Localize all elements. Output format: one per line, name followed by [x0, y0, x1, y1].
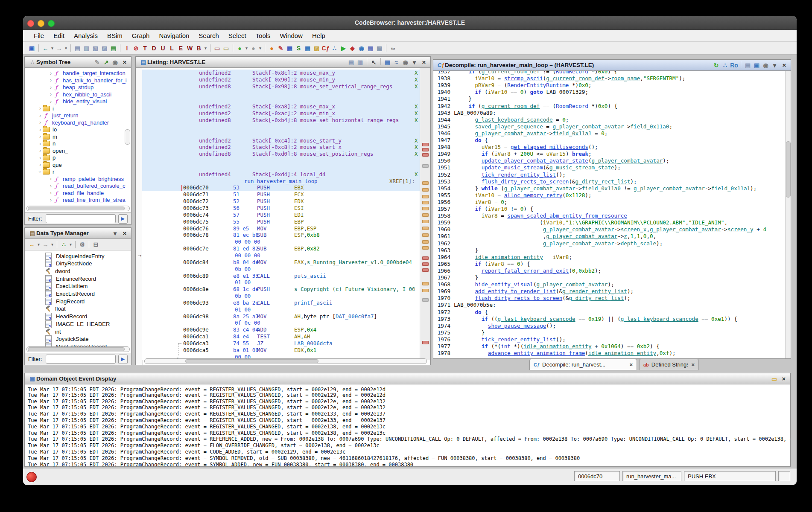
chevron-right-icon[interactable]: › [48, 99, 53, 105]
decompile-line-1966[interactable]: 1966 report_fatal_error_and_exit(0,0xbb2… [433, 268, 786, 274]
chevron-down-icon[interactable]: › [37, 169, 43, 175]
snapshot-icon[interactable]: ◉ [762, 61, 770, 69]
decompile-line-1965[interactable]: 1965 if (iVar8 == 0) { [433, 261, 786, 268]
decompile-line-1951[interactable]: 1951 update_music_stream(&g_music_stream… [433, 164, 786, 171]
stack-variable-row[interactable]: undefined2Stack[-0x8c]:2 mouse_max_yX [142, 70, 420, 76]
close-icon[interactable]: × [121, 230, 129, 237]
decompile-body[interactable]: 1937 if (g_current_room_def != (RoomReco… [433, 71, 786, 358]
instruction-row-0006dca3[interactable]: 0006dca374 55JZLAB_0006dcfa [142, 340, 420, 347]
nav-marker-tan[interactable] [422, 282, 429, 285]
instruction-row-0006dc74[interactable]: 0006dc7457PUSHEDI [142, 212, 420, 218]
eraser-icon[interactable]: ▭ [213, 44, 221, 52]
copy-icon[interactable]: ▤ [744, 61, 752, 69]
register-dropdown-icon[interactable]: ▾ [245, 44, 248, 52]
tab-decompile[interactable]: CƒDecompile: run_harvest...× [529, 359, 637, 370]
decompile-vscrollbar[interactable] [785, 71, 791, 358]
nav-marker-tan[interactable] [422, 188, 429, 192]
nav-marker-gray[interactable] [422, 164, 429, 168]
symbol-tree-item-n[interactable]: ›n [25, 140, 131, 147]
decompile-line-1973[interactable]: 1973 if ((g_last_keyboard_scancode == 0x… [433, 316, 786, 323]
decompile-line-1956[interactable]: 1956 iVar8 = 0; [433, 199, 786, 206]
decompile-line-1977[interactable]: 1977 if (*(int *)(idle_animation_entity … [433, 343, 786, 350]
instruction-row-0006dc70[interactable]: 0006dc7053PUSHEBX [142, 184, 420, 191]
symbol-tree-item-keyboard_irq1_handler[interactable]: ›ƒkeyboard_irq1_handler [25, 119, 131, 126]
decompile-line-1942[interactable]: 1942 if (g_current_room_def == (RoomReco… [433, 103, 786, 110]
paste-link-icon[interactable]: ▨ [100, 44, 108, 52]
menu-navigation[interactable]: Navigation [154, 32, 194, 39]
decompile-line-1940[interactable]: 1940 if (iVar10 == 0) goto LAB_00071329; [433, 89, 786, 96]
symbol-tree-item-heap_strdup[interactable]: ›ƒheap_strdup [25, 84, 131, 91]
markup-brush-icon[interactable]: ✎ [277, 44, 285, 52]
symbol-tree-item-r[interactable]: ›r [25, 168, 131, 175]
chevron-right-icon[interactable]: › [38, 155, 43, 161]
function-graph-icon[interactable]: ∴ [330, 44, 339, 52]
dtm-back-dropdown-icon[interactable]: ▾ [37, 241, 41, 249]
data-type-byte-icon[interactable]: T [141, 44, 149, 52]
data-type-item-float[interactable]: float [25, 305, 131, 313]
decompile-line-1964[interactable]: 1964 idle_animation_entity = iVar8; [433, 254, 786, 261]
archive-folder-icon[interactable]: ▨ [313, 44, 321, 52]
blank-row[interactable] [142, 96, 420, 103]
save-icon[interactable]: ▣ [28, 44, 36, 52]
nav-marker-gray[interactable] [422, 298, 429, 302]
back-dropdown-icon[interactable]: ▾ [50, 44, 54, 52]
bytes-table-icon[interactable]: ▦ [304, 44, 312, 52]
blank-row[interactable] [142, 164, 420, 171]
close-icon[interactable]: × [420, 58, 428, 66]
data-type-item-DialogueIndexEntry[interactable]: DialogueIndexEntry [25, 252, 131, 260]
menu-search[interactable]: Search [194, 32, 224, 39]
decompile-line-1978[interactable]: 1978 advance_entity_animation_frame(idle… [433, 350, 786, 357]
decompile-line-1961[interactable]: 1961 ,g_player_combat_avatar->z,1,1,0,0, [433, 233, 786, 240]
instruction-row-0006dc89[interactable]: 0006dc89e8 e1 33CALLputs_ascii [142, 273, 420, 279]
dtm-back-icon[interactable]: ← [28, 241, 36, 249]
instruction-row-0006dc78[interactable]: 0006dc7881 ec b8SUBESP,0xb8 [142, 232, 420, 239]
export-icon[interactable]: ↗ [102, 58, 110, 66]
nav-marker-tan[interactable] [422, 246, 429, 250]
copy-icon[interactable]: ▤ [347, 58, 355, 66]
decompile-line-1975[interactable]: 1975 } [433, 329, 786, 336]
nav-marker-tan[interactable] [422, 227, 429, 230]
symbol-tree-item-hex_nibble_to_ascii[interactable]: ›ƒhex_nibble_to_ascii [25, 91, 131, 98]
blank-row[interactable] [142, 157, 420, 164]
refresh-icon[interactable]: ↻ [712, 61, 720, 69]
filter-options-icon[interactable]: ▶ [118, 355, 128, 364]
data-type-item-JoystickState[interactable]: JoystickState [25, 335, 131, 343]
decompile-line-1937[interactable]: 1937 if (g_current_room_def != (RoomReco… [433, 71, 786, 75]
instruction-row-0006dc8e[interactable]: 0006dc8e68 1c dePUSHs_Copyright_(c)_Futu… [142, 286, 420, 293]
decompile-line-1974[interactable]: 1974 show_pause_message(); [433, 323, 786, 329]
diff-icon[interactable]: ≈ [392, 58, 400, 66]
chevron-right-icon[interactable]: › [38, 134, 43, 140]
stack-variable-row[interactable]: undefined2Stack[-0xac]:2 mouse_min_xX [142, 110, 420, 117]
decompile-line-1970[interactable]: 1970 flush_dirty_rects_to_screen(&g_dirt… [433, 295, 786, 302]
decompile-line-1967[interactable]: 1967 } [433, 274, 786, 281]
decompile-line-1971[interactable]: 1971LAB_00070b5e: [433, 302, 786, 308]
decompile-line-1953[interactable]: 1953 flush_dirty_rects_to_screen(&g_dirt… [433, 178, 786, 185]
nav-marker-tan[interactable] [422, 181, 429, 185]
decompile-line-1938[interactable]: 1938 iVar10 = strcmp_ascii(g_current_roo… [433, 75, 786, 82]
symbol-tree-item-ramp_palette_brightness[interactable]: ›ƒramp_palette_brightness [25, 175, 131, 183]
symbol-tree-filter-input[interactable] [46, 214, 116, 223]
menu-analysis[interactable]: Analysis [69, 32, 102, 39]
decompile-line-1958[interactable]: 1958 iVar8 = spawn_scaled_abm_entity_fro… [433, 212, 786, 219]
rename-ro-icon[interactable]: Ro [730, 61, 738, 69]
menu-graph[interactable]: Graph [127, 32, 155, 39]
decompile-line-1959[interactable]: 1959 (iVar10,"1:\\GRAPHIC\\ROOMANIM\\PCL… [433, 219, 786, 226]
dtm-tree-conf-icon[interactable]: ∴ [60, 241, 68, 249]
stack-variable-row[interactable]: undefined2Stack[-0x90]:2 mouse_min_yX [142, 76, 420, 83]
paste-icon[interactable]: ▥ [82, 44, 91, 52]
paste-valid-icon[interactable]: ▤ [109, 44, 117, 52]
decompile-line-1960[interactable]: 1960 g_player_combat_avatar->screen_x,g_… [433, 226, 786, 233]
chevron-right-icon[interactable]: › [48, 84, 53, 90]
symbol-tree-item-read_line_from_file_strea[interactable]: ›ƒread_line_from_file_strea [25, 196, 131, 204]
menu-select[interactable]: Select [224, 32, 251, 39]
stack-variable-row[interactable]: undefined2Stack[-0xc4]:2 mouse_start_yX [142, 137, 420, 144]
dtm-filter-input[interactable] [46, 355, 116, 364]
symbol-tree-item-p[interactable]: ›p [25, 154, 131, 161]
nav-marker-tan[interactable] [422, 233, 429, 237]
instruction-row-0006dc72[interactable]: 0006dc7252PUSHEDX [142, 198, 420, 205]
data-type-dropdown-icon[interactable]: ▾ [204, 44, 207, 52]
dtm-menu-icon[interactable]: ▾ [111, 229, 119, 237]
chevron-right-icon[interactable]: › [48, 70, 53, 76]
symbol-tree-item-read_buffered_console_c[interactable]: ›ƒread_buffered_console_c [25, 182, 131, 189]
chevron-right-icon[interactable]: › [38, 141, 43, 147]
